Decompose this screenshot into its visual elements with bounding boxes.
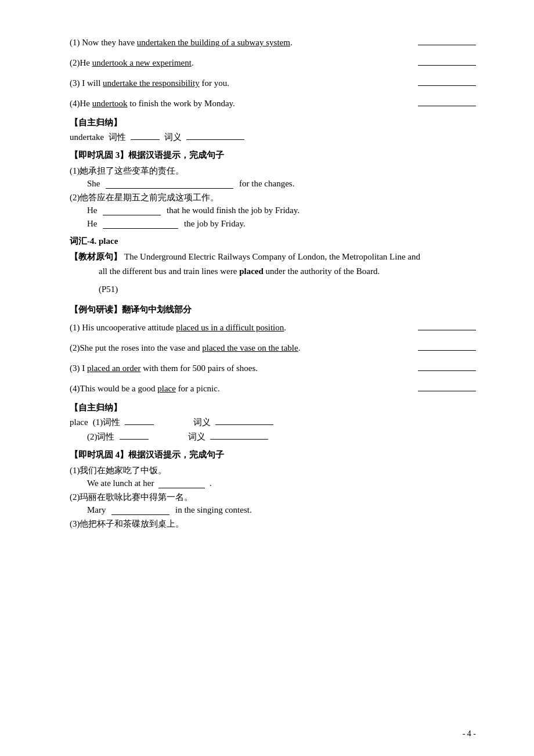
fill-cixing-1 xyxy=(131,139,160,140)
chinese-1: (1)她承担了这些变革的责任。 xyxy=(70,165,476,177)
she-row: She for the changes. xyxy=(70,179,476,189)
vocab-4-title: 词汇-4. place xyxy=(70,236,476,247)
answer-line-1 xyxy=(418,45,476,45)
fill-her xyxy=(158,488,205,488)
chinese-2: (2)他答应在星期五之前完成这项工作。 xyxy=(70,192,476,203)
place-chinese-2: (2)玛丽在歌咏比赛中得第一名。 xyxy=(70,492,476,503)
zizhu-section-1: 【自主归纳】 xyxy=(70,117,476,128)
sentence-4: (4)He undertook to finish the work by Mo… xyxy=(70,96,412,111)
fill-place-cixing-2 xyxy=(120,439,149,440)
place-chinese-3: (3)他把杯子和茶碟放到桌上。 xyxy=(70,519,476,530)
page-number: - 4 - xyxy=(463,729,476,739)
answer-line-3 xyxy=(418,85,476,86)
place-chinese-1: (1)我们在她家吃了中饭。 xyxy=(70,465,476,476)
original-sentence-block: 【教材原句】 The Underground Electric Railways… xyxy=(70,251,476,262)
answer-line-2 xyxy=(418,65,476,66)
place-row-1: place (1)词性 词义 xyxy=(70,417,476,428)
mary-row: Mary in the singing contest. xyxy=(70,505,476,515)
original-sentence-p51: (P51) xyxy=(70,282,476,297)
answer-line-p4 xyxy=(418,391,476,391)
fill-ciyi-1 xyxy=(186,139,244,140)
place-sentence-2: (2)She put the roses into the vase and p… xyxy=(70,340,412,356)
we-row: We ate lunch at her . xyxy=(70,478,476,488)
fill-she xyxy=(106,188,233,189)
place-sentence-1: (1) His uncooperative attitude placed us… xyxy=(70,320,412,336)
fill-he-2 xyxy=(103,228,178,229)
immediate-title-4: 【即时巩固 4】根据汉语提示，完成句子 xyxy=(70,449,476,460)
immediate-title-3: 【即时巩固 3】根据汉语提示，完成句子 xyxy=(70,150,476,161)
answer-line-p2 xyxy=(418,350,476,351)
fill-place-ciyi-1 xyxy=(215,424,273,425)
fill-place-cixing-1 xyxy=(125,424,154,425)
undertake-row: undertake 词性 词义 xyxy=(70,132,476,143)
place-row-2: (2)词性 词义 xyxy=(70,431,476,442)
answer-line-4 xyxy=(418,106,476,106)
sentence-3: (3) I will undertake the responsibility … xyxy=(70,75,412,91)
place-sentence-4: (4)This would be a good place for a picn… xyxy=(70,381,412,397)
fill-he-1 xyxy=(103,215,161,215)
fill-place-ciyi-2 xyxy=(210,439,268,440)
he-row-1: He that he would finish the job by Frida… xyxy=(70,206,476,215)
answer-line-p3 xyxy=(418,370,476,371)
fill-mary xyxy=(111,514,169,515)
example-study-title: 【例句研读】翻译句中划线部分 xyxy=(70,304,476,315)
original-sentence-line2: all the different bus and train lines we… xyxy=(70,264,476,279)
he-row-2: He the job by Friday. xyxy=(70,219,476,229)
sentence-1: (1) Now they have undertaken the buildin… xyxy=(70,35,412,51)
sentence-2: (2)He undertook a new experiment. xyxy=(70,55,412,71)
zizhu-section-2: 【自主归纳】 xyxy=(70,402,476,413)
answer-line-p1 xyxy=(418,330,476,330)
place-sentence-3: (3) I placed an order with them for 500 … xyxy=(70,361,412,376)
